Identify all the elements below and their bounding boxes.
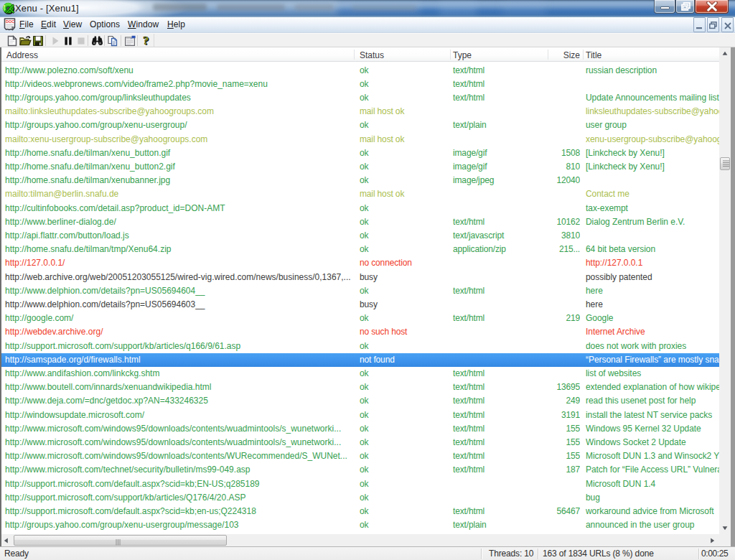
svg-text:DOC: DOC: [6, 19, 14, 24]
svg-text:?: ?: [143, 35, 149, 47]
